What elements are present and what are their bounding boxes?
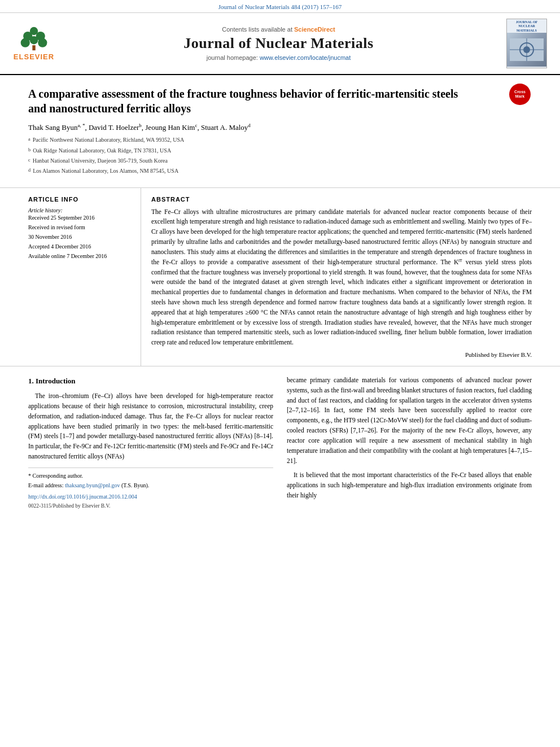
paper-title-section: A comparative assessment of the fracture… (0, 75, 560, 188)
affiliation-d: d Los Alamos National Laboratory, Los Al… (28, 167, 532, 177)
svg-point-5 (29, 36, 37, 44)
author4-name: , Stuart A. Maloy (197, 123, 248, 132)
cover-graphic (510, 38, 544, 61)
affiliation-b: b Oak Ridge National Laboratory, Oak Rid… (28, 146, 532, 156)
journal-homepage-line: journal homepage: www.elsevier.com/locat… (56, 54, 501, 61)
received-date: Received 25 September 2016 (28, 215, 133, 221)
section1-title: 1. Introduction (28, 375, 273, 387)
crossmark-badge[interactable]: CrossMark (509, 84, 532, 106)
paper-title: A comparative assessment of the fracture… (28, 86, 469, 116)
article-info-heading: ARTICLE INFO (28, 196, 133, 203)
affiliations-block: a Pacific Northwest National Laboratory,… (28, 136, 532, 177)
email-link[interactable]: thaksang.byun@pnl.gov (65, 482, 120, 488)
article-info-column: ARTICLE INFO Article history: Received 2… (28, 188, 141, 366)
affiliation-a: a Pacific Northwest National Laboratory,… (28, 136, 532, 146)
top-bar: Journal of Nuclear Materials 484 (2017) … (0, 0, 560, 13)
journal-cover-image: JOURNAL OFNUCLEARMATERIALS (506, 19, 549, 68)
corresponding-author-note: * Corresponding author. (28, 471, 273, 480)
elsevier-label: ELSEVIER (14, 53, 54, 61)
intro-paragraph1: The iron–chromium (Fe–Cr) alloys have be… (28, 391, 273, 462)
author3-name: , Jeoung Han Kim (142, 123, 195, 132)
author2-name: , David T. Hoelzer (85, 123, 139, 132)
available-date: Available online 7 December 2016 (28, 253, 133, 259)
contents-available-line: Contents lists available at ScienceDirec… (56, 26, 501, 33)
author1-name: Thak Sang Byun (28, 123, 77, 132)
revised-date: 30 November 2016 (28, 234, 133, 240)
journal-citation: Journal of Nuclear Materials 484 (2017) … (218, 3, 342, 10)
elsevier-logo: ELSEVIER (11, 26, 56, 61)
elsevier-tree-icon (19, 26, 50, 51)
article-info-abstract-section: ARTICLE INFO Article history: Received 2… (0, 188, 560, 366)
published-by: Published by Elsevier B.V. (151, 351, 532, 358)
science-direct-link[interactable]: ScienceDirect (294, 26, 335, 33)
authors-line: Thak Sang Byuna, *, David T. Hoelzerb, J… (28, 123, 532, 132)
journal-title-block: Contents lists available at ScienceDirec… (56, 26, 501, 61)
abstract-column: ABSTRACT The Fe–Cr alloys with ultrafine… (141, 188, 532, 366)
affiliation-c: c Hanbat National University, Daejeon 30… (28, 156, 532, 167)
svg-point-4 (38, 38, 47, 47)
main-content-section: 1. Introduction The iron–chromium (Fe–Cr… (0, 366, 560, 519)
history-label: Article history: (28, 207, 133, 213)
journal-main-title: Journal of Nuclear Materials (56, 35, 501, 52)
email-line: E-mail address: thaksang.byun@pnl.gov (T… (28, 481, 273, 490)
intro-paragraph2: became primary candidate materials for v… (287, 375, 532, 466)
issn-line: 0022-3115/Published by Elsevier B.V. (28, 502, 273, 510)
revised-label: Received in revised form (28, 224, 133, 230)
svg-point-3 (20, 38, 29, 47)
left-column: 1. Introduction The iron–chromium (Fe–Cr… (28, 375, 273, 510)
right-column: became primary candidate materials for v… (287, 375, 532, 510)
footnote-section: * Corresponding author. E-mail address: … (28, 468, 273, 510)
intro-paragraph3: It is believed that the most important c… (287, 470, 532, 500)
svg-rect-6 (32, 45, 35, 50)
abstract-text: The Fe–Cr alloys with ultrafine microstr… (151, 207, 532, 348)
journal-homepage-link[interactable]: www.elsevier.com/locate/jnucmat (260, 54, 351, 61)
doi-line[interactable]: http://dx.doi.org/10.1016/j.jnucmat.2016… (28, 492, 273, 501)
accepted-date: Accepted 4 December 2016 (28, 243, 133, 250)
abstract-heading: ABSTRACT (151, 196, 532, 203)
journal-header: ELSEVIER Contents lists available at Sci… (0, 13, 560, 75)
